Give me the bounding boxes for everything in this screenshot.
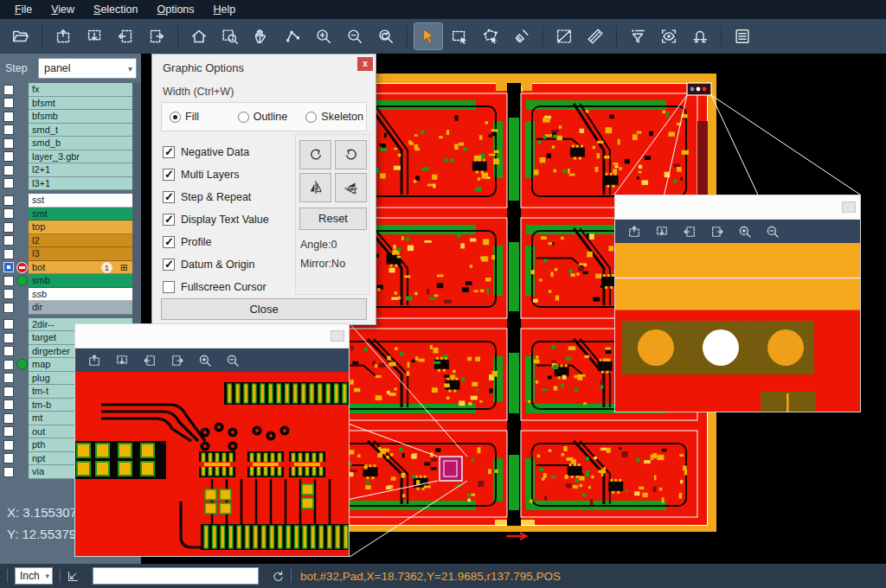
pan-right-icon[interactable] [166, 350, 189, 371]
layer-name-cell[interactable]: l2+1 [29, 163, 132, 177]
menu-selection[interactable]: Selection [84, 0, 147, 19]
radio-skeleton[interactable]: Skeleton [305, 111, 366, 123]
popup-titlebar-button[interactable] [331, 330, 344, 342]
menu-file[interactable]: File [5, 0, 42, 19]
report-list-icon[interactable] [729, 23, 756, 49]
layer-visibility-checkbox[interactable] [3, 467, 14, 477]
popup-titlebar-button[interactable] [842, 201, 856, 213]
layer-visibility-checkbox[interactable] [3, 125, 14, 135]
layer-name-cell[interactable]: sst [29, 194, 132, 208]
open-file-icon[interactable] [7, 23, 35, 49]
pan-down-icon[interactable] [80, 23, 108, 49]
layer-visibility-checkbox[interactable] [3, 208, 14, 219]
clean-brush-icon[interactable] [508, 23, 536, 49]
layer-name-cell[interactable]: smd_b [29, 137, 132, 150]
layer-visibility-checkbox[interactable] [3, 235, 14, 246]
layer-visibility-checkbox[interactable] [3, 85, 14, 95]
reset-button[interactable]: Reset [299, 208, 367, 230]
pan-left-icon[interactable] [678, 221, 701, 242]
layer-visibility-checkbox[interactable] [3, 165, 14, 176]
layer-visibility-checkbox[interactable] [3, 373, 14, 383]
command-input[interactable] [93, 567, 259, 585]
layer-name-cell[interactable]: bfsmb [29, 110, 132, 124]
select-cursor-icon[interactable] [414, 23, 442, 49]
pan-right-icon[interactable] [143, 23, 170, 49]
layer-name-cell[interactable]: layer_3.gbr [29, 150, 132, 164]
menu-view[interactable]: View [42, 0, 84, 19]
layer-visibility-checkbox[interactable] [3, 426, 14, 437]
measure-diagonal-icon[interactable] [550, 23, 578, 49]
layer-name-cell[interactable]: top [29, 220, 132, 234]
layer-red-indicator-icon[interactable] [16, 262, 28, 273]
grid-icon[interactable]: ⊞ [120, 261, 128, 274]
edit-nodes-icon[interactable] [279, 23, 306, 49]
checkbox-row[interactable]: Fullscreen Cursor [163, 276, 269, 298]
layer-name-cell[interactable]: fx [29, 83, 132, 97]
radio-circle-icon[interactable] [238, 112, 249, 123]
checkbox-icon[interactable] [163, 191, 175, 203]
close-button[interactable]: Close [161, 298, 367, 320]
refresh-icon[interactable] [271, 569, 286, 584]
checkbox-icon[interactable] [163, 146, 175, 158]
mirror-horizontal-button[interactable] [299, 173, 331, 202]
layer-name-cell[interactable]: bfsmt [29, 97, 132, 111]
checkbox-icon[interactable] [163, 169, 175, 181]
layer-name-cell[interactable]: ssb [29, 288, 132, 302]
checkbox-row[interactable]: Step & Repeat [163, 186, 269, 208]
layer-name-cell[interactable]: smb [29, 274, 132, 288]
layer-visibility-checkbox[interactable] [3, 346, 14, 356]
mirror-vertical-button[interactable] [335, 173, 367, 202]
layer-visibility-checkbox[interactable] [3, 262, 14, 272]
layer-name-cell[interactable]: l2 [29, 234, 132, 248]
zoom-out-icon[interactable] [341, 23, 369, 49]
zoom-in-icon[interactable] [310, 23, 337, 49]
filter-icon[interactable] [624, 23, 652, 49]
popup-zoom-view[interactable] [75, 372, 349, 556]
checkbox-icon[interactable] [163, 214, 175, 226]
radio-circle-icon[interactable] [305, 112, 317, 123]
zoom-previous-icon[interactable] [372, 23, 400, 49]
popup-titlebar[interactable] [615, 195, 860, 220]
pan-hand-icon[interactable] [247, 23, 275, 49]
dialog-close-button[interactable]: x [357, 57, 373, 71]
layer-visibility-checkbox[interactable] [3, 195, 14, 206]
view-options-icon[interactable] [655, 23, 683, 49]
radio-outline[interactable]: Outline [238, 111, 299, 123]
layer-green-indicator-icon[interactable] [16, 359, 28, 370]
layer-visibility-checkbox[interactable] [3, 303, 14, 313]
popup-titlebar[interactable] [75, 324, 349, 348]
snap-corner-icon[interactable] [66, 569, 80, 584]
layer-name-cell[interactable]: smd_t [29, 124, 132, 137]
layer-visibility-checkbox[interactable] [3, 413, 14, 424]
layer-visibility-checkbox[interactable] [3, 98, 14, 108]
radio-fill[interactable]: Fill [170, 111, 230, 123]
layer-visibility-checkbox[interactable] [3, 333, 14, 343]
pan-right-icon[interactable] [706, 221, 729, 242]
layer-visibility-checkbox[interactable] [3, 289, 14, 299]
layer-visibility-checkbox[interactable] [3, 138, 14, 149]
pan-up-icon[interactable] [623, 221, 645, 242]
layer-green-indicator-icon[interactable] [16, 275, 28, 286]
layer-visibility-checkbox[interactable] [3, 440, 14, 451]
checkbox-row[interactable]: Multi Layers [163, 163, 269, 186]
zoom-in-icon[interactable] [194, 350, 216, 371]
select-polygon-icon[interactable] [477, 23, 504, 49]
zoom-out-icon[interactable] [222, 350, 244, 371]
layer-visibility-checkbox[interactable] [3, 453, 14, 463]
pan-up-icon[interactable] [83, 350, 106, 371]
pan-left-icon[interactable] [138, 350, 161, 371]
layer-name-cell[interactable]: dir [29, 301, 132, 315]
snap-icon[interactable] [686, 23, 714, 49]
rotate-ccw-button[interactable] [335, 140, 367, 169]
layer-visibility-checkbox[interactable] [3, 360, 14, 370]
checkbox-row[interactable]: Negative Data [163, 141, 269, 163]
layer-name-cell[interactable]: bot1⊞ [29, 261, 132, 275]
checkbox-icon[interactable] [163, 281, 175, 293]
checkbox-icon[interactable] [163, 236, 175, 248]
layer-name-cell[interactable]: l3+1 [29, 177, 132, 191]
layer-visibility-checkbox[interactable] [3, 178, 14, 189]
zoom-out-icon[interactable] [761, 221, 784, 242]
measure-ruler-icon[interactable] [581, 23, 609, 49]
checkbox-row[interactable]: Profile [163, 231, 269, 253]
select-rectangle-icon[interactable] [446, 23, 473, 49]
